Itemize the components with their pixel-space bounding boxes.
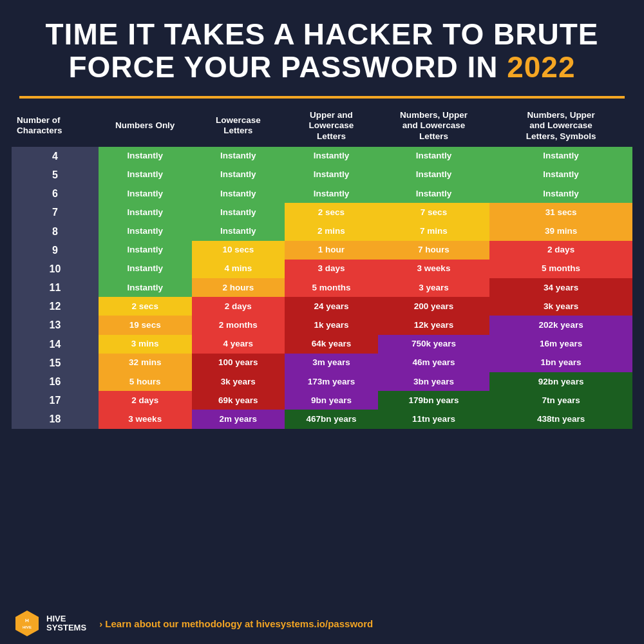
cell-num: Instantly [99,260,192,278]
cell-upper_lower: 1k years [285,316,378,334]
table-row: 4InstantlyInstantlyInstantlyInstantlyIns… [12,147,632,166]
cell-lower: 2 hours [192,278,285,297]
cell-lower: Instantly [192,166,285,184]
table-row: 1319 secs2 months1k years12k years202k y… [12,316,632,334]
data-table: Number ofCharacters Numbers Only Lowerca… [12,105,632,428]
cell-upper_lower: 1 hour [285,241,378,260]
logo-icon: H HIVE [13,609,41,638]
cell-num: 32 mins [99,354,192,372]
cell-all: 34 years [489,278,632,297]
cell-lower: Instantly [192,184,285,203]
table-row: 183 weeks2m years467bn years11tn years43… [12,410,632,428]
cell-chars: 8 [12,222,99,241]
table-row: 9Instantly10 secs1 hour7 hours2 days [12,241,632,260]
cell-upper_lower: 2 mins [285,222,378,241]
table-header-row: Number ofCharacters Numbers Only Lowerca… [12,105,632,147]
table-wrapper: Number ofCharacters Numbers Only Lowerca… [0,105,644,603]
cell-all: 438tn years [489,410,632,428]
cell-chars: 13 [12,316,99,334]
cell-upper_lower: Instantly [285,147,378,166]
col-header-chars: Number ofCharacters [12,105,99,147]
logo-text: HIVESYSTEMS [46,614,86,633]
cell-chars: 10 [12,260,99,278]
cell-num: 3 weeks [99,410,192,428]
cell-chars: 16 [12,372,99,391]
col-header-upper-lower: Upper andLowercaseLetters [285,105,378,147]
footer-cta: › Learn about our methodology at hivesys… [99,618,631,629]
cell-chars: 4 [12,147,99,166]
cell-upper_lower: 3 days [285,260,378,278]
cell-num_upper_lower: 3 years [378,278,490,297]
cell-num_upper_lower: 200 years [378,297,490,316]
table-row: 6InstantlyInstantlyInstantlyInstantlyIns… [12,184,632,203]
cell-num: 2 days [99,391,192,410]
cell-upper_lower: 2 secs [285,203,378,222]
cell-num_upper_lower: 750k years [378,335,490,354]
cell-upper_lower: Instantly [285,184,378,203]
cell-all: 92bn years [489,372,632,391]
cell-num_upper_lower: 7 mins [378,222,490,241]
page-title: TIME IT TAKES A HACKER TO BRUTE FORCE YO… [19,18,625,83]
title-year: 2022 [507,50,575,84]
cell-num_upper_lower: 7 hours [378,241,490,260]
cell-all: Instantly [489,184,632,203]
cell-num_upper_lower: Instantly [378,166,490,184]
header: TIME IT TAKES A HACKER TO BRUTE FORCE YO… [0,0,644,90]
table-row: 8InstantlyInstantly2 mins7 mins39 mins [12,222,632,241]
cell-num_upper_lower: Instantly [378,184,490,203]
table-row: 1532 mins100 years3m years46m years1bn y… [12,354,632,372]
cell-upper_lower: 467bn years [285,410,378,428]
cell-num_upper_lower: 179bn years [378,391,490,410]
cell-num: Instantly [99,222,192,241]
table-row: 143 mins4 years64k years750k years16m ye… [12,335,632,354]
cell-all: 202k years [489,316,632,334]
cell-upper_lower: 173m years [285,372,378,391]
svg-marker-0 [15,611,39,636]
table-row: 11Instantly2 hours5 months3 years34 year… [12,278,632,297]
col-header-num-upper-lower: Numbers, Upperand LowercaseLetters [378,105,490,147]
col-header-num: Numbers Only [99,105,192,147]
cell-lower: Instantly [192,147,285,166]
cell-upper_lower: 5 months [285,278,378,297]
cell-upper_lower: 3m years [285,354,378,372]
cell-num_upper_lower: Instantly [378,147,490,166]
cell-num_upper_lower: 12k years [378,316,490,334]
cell-num_upper_lower: 46m years [378,354,490,372]
footer: H HIVE HIVESYSTEMS › Learn about our met… [0,603,644,644]
cell-lower: 4 years [192,335,285,354]
cell-num_upper_lower: 3 weeks [378,260,490,278]
cell-chars: 15 [12,354,99,372]
cell-all: 3k years [489,297,632,316]
footer-cta-text: › Learn about our methodology at [99,618,256,629]
cell-all: 1bn years [489,354,632,372]
cell-chars: 5 [12,166,99,184]
table-row: 10Instantly4 mins3 days3 weeks5 months [12,260,632,278]
col-header-all: Numbers, Upperand LowercaseLetters, Symb… [489,105,632,147]
cell-upper_lower: 64k years [285,335,378,354]
table-row: 7InstantlyInstantly2 secs7 secs31 secs [12,203,632,222]
cell-all: 5 months [489,260,632,278]
table-row: 172 days69k years9bn years179bn years7tn… [12,391,632,410]
cell-lower: Instantly [192,222,285,241]
cell-chars: 14 [12,335,99,354]
svg-text:H: H [25,618,29,623]
cell-chars: 7 [12,203,99,222]
cell-num: Instantly [99,147,192,166]
cell-chars: 18 [12,410,99,428]
table-row: 122 secs2 days24 years200 years3k years [12,297,632,316]
cell-num: Instantly [99,241,192,260]
cell-all: Instantly [489,166,632,184]
cell-num: Instantly [99,184,192,203]
footer-url[interactable]: hivesystems.io/password [256,618,373,629]
cell-lower: 4 mins [192,260,285,278]
cell-lower: 100 years [192,354,285,372]
cell-num: 2 secs [99,297,192,316]
col-header-lower: LowercaseLetters [192,105,285,147]
main-container: TIME IT TAKES A HACKER TO BRUTE FORCE YO… [0,0,644,644]
cell-num: 19 secs [99,316,192,334]
cell-all: 16m years [489,335,632,354]
cell-upper_lower: 9bn years [285,391,378,410]
svg-text:HIVE: HIVE [23,625,32,629]
cell-chars: 9 [12,241,99,260]
logo-area: H HIVE HIVESYSTEMS [13,609,86,638]
